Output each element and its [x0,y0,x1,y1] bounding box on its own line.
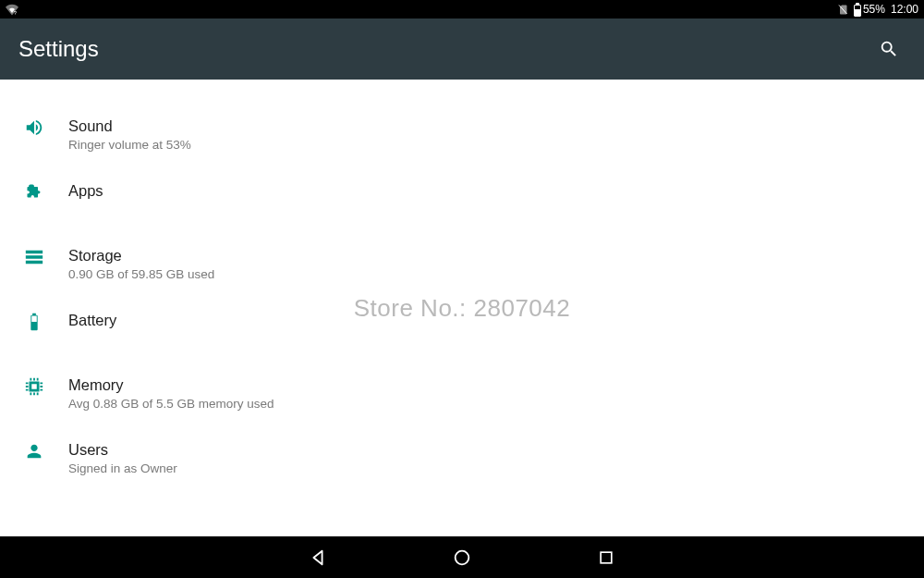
search-button[interactable] [870,31,907,68]
sound-icon [24,117,44,138]
nav-recents-button[interactable] [594,546,618,570]
settings-row-storage[interactable]: Storage 0.90 GB of 59.85 GB used [0,237,924,290]
settings-row-battery[interactable]: Battery [0,301,924,355]
back-icon [308,547,328,568]
settings-list: Sound Ringer volume at 53% Apps Storage … [0,80,924,485]
storage-icon [24,247,44,267]
navigation-bar [0,536,924,578]
row-title: Battery [68,310,924,330]
battery-percent-text: 55% [863,3,885,16]
row-subtitle: Signed in as Owner [68,461,924,475]
row-title: Sound [68,116,924,136]
row-subtitle: Ringer volume at 53% [68,138,924,152]
recents-icon [597,548,615,567]
row-title: Memory [68,375,924,395]
nav-home-button[interactable] [450,546,474,570]
svg-point-3 [456,550,469,564]
battery-indicator: 55% [854,3,885,17]
row-subtitle: 0.90 GB of 59.85 GB used [68,267,924,281]
search-icon [879,39,899,59]
svg-rect-2 [31,316,37,322]
user-icon [24,441,44,461]
row-title: Storage [68,245,924,265]
svg-rect-4 [601,552,612,563]
status-bar: ? 55% 12:00 [0,0,924,18]
page-title: Settings [18,36,99,62]
settings-row-users[interactable]: Users Signed in as Owner [0,431,924,485]
wifi-unknown-icon: ? [6,3,18,16]
settings-row-memory[interactable]: Memory Avg 0.88 GB of 5.5 GB memory used [0,366,924,420]
status-left: ? [6,3,18,16]
app-bar: Settings [0,18,924,80]
status-right: 55% 12:00 [837,3,918,17]
settings-row-sound[interactable]: Sound Ringer volume at 53% [0,107,924,161]
home-icon [452,547,472,568]
svg-text:?: ? [14,10,18,16]
settings-content: Store No.: 2807042 Sound Ringer volume a… [0,80,924,536]
clock-text: 12:00 [891,3,918,16]
row-title: Users [68,439,924,460]
no-sim-icon [837,3,848,16]
battery-icon [24,312,44,332]
apps-icon [24,182,44,203]
row-title: Apps [68,180,924,201]
nav-back-button[interactable] [306,546,330,570]
memory-icon [24,376,44,397]
row-subtitle: Avg 0.88 GB of 5.5 GB memory used [68,397,924,411]
settings-row-apps[interactable]: Apps [0,172,924,226]
